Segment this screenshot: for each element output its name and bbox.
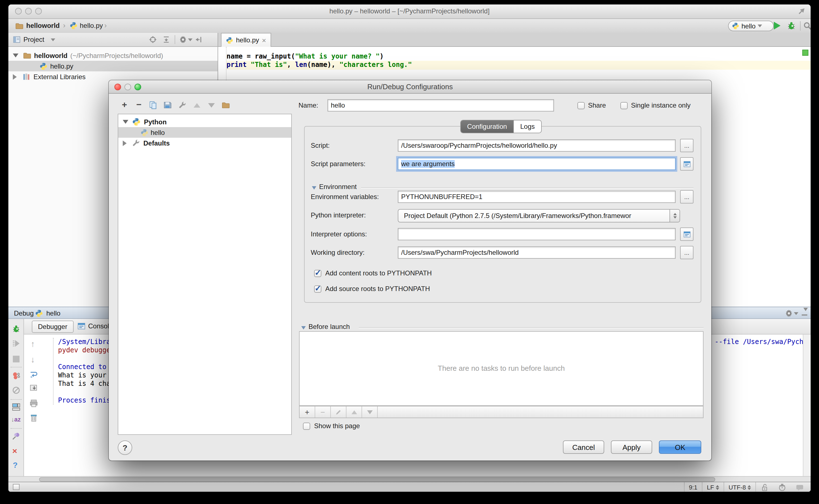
python-file-icon bbox=[226, 37, 233, 44]
edit-defaults-button[interactable] bbox=[178, 101, 186, 109]
expand-interpreter-options-button[interactable] bbox=[680, 227, 694, 241]
ok-button[interactable]: OK bbox=[659, 440, 701, 454]
hide-tool-window-button[interactable] bbox=[802, 310, 807, 316]
settings-gear-button[interactable] bbox=[179, 36, 187, 43]
show-this-page-checkbox[interactable]: Show this page bbox=[303, 422, 360, 430]
python-interpreter-select[interactable]: Project Default (Python 2.7.5 (/System/L… bbox=[398, 209, 680, 222]
before-launch-section-label[interactable]: Before launch bbox=[308, 323, 350, 331]
editor-tab-hello-py[interactable]: hello.py × bbox=[221, 33, 271, 47]
environment-variables-input[interactable]: PYTHONUNBUFFERED=1 bbox=[398, 191, 676, 203]
expand-parameters-button[interactable] bbox=[680, 157, 694, 171]
remove-configuration-button[interactable]: − bbox=[133, 99, 144, 110]
script-parameters-input[interactable]: we are arguments bbox=[398, 158, 676, 170]
tree-item-hello-config[interactable]: hello bbox=[118, 127, 291, 138]
name-label: Name: bbox=[298, 101, 318, 109]
print-button[interactable] bbox=[30, 399, 38, 408]
pin-tab-button[interactable] bbox=[12, 432, 21, 440]
move-task-up-button[interactable] bbox=[346, 406, 362, 418]
before-launch-task-list[interactable]: There are no tasks to run before launch bbox=[299, 331, 704, 406]
sort-alphabetically-button[interactable]: ↓az bbox=[11, 416, 21, 423]
tree-item-project-root[interactable]: helloworld (~/PycharmProjects/helloworld… bbox=[8, 50, 217, 61]
close-session-button[interactable]: × bbox=[12, 446, 17, 455]
single-instance-checkbox[interactable]: Single instance only bbox=[620, 101, 690, 109]
line-ending-selector[interactable]: LF bbox=[702, 482, 724, 492]
collapse-section-icon[interactable] bbox=[312, 186, 316, 190]
caret-position-widget[interactable]: 9:1 bbox=[684, 482, 702, 492]
soft-wraps-button[interactable] bbox=[30, 370, 38, 379]
clear-console-button[interactable] bbox=[30, 414, 38, 422]
resume-button[interactable] bbox=[12, 339, 21, 348]
tree-item-hello-py[interactable]: hello.py bbox=[8, 61, 217, 71]
export-to-file-button[interactable] bbox=[30, 384, 38, 392]
collapse-arrow-icon[interactable] bbox=[123, 120, 128, 124]
add-content-roots-checkbox[interactable]: Add content roots to PYTHONPATH bbox=[314, 269, 432, 277]
collapse-section-icon[interactable] bbox=[301, 326, 306, 329]
encoding-selector[interactable]: UTF-8 bbox=[724, 482, 755, 492]
project-panel-title[interactable]: Project bbox=[23, 36, 44, 43]
environment-section-label[interactable]: Environment bbox=[319, 183, 357, 191]
expand-arrow-icon[interactable] bbox=[13, 74, 17, 79]
breadcrumb-project[interactable]: helloworld bbox=[26, 22, 60, 30]
stop-button[interactable] bbox=[13, 356, 20, 362]
console-vertical-scrollbar[interactable] bbox=[803, 335, 810, 476]
share-checkbox[interactable]: Share bbox=[578, 101, 606, 109]
hide-panel-button[interactable] bbox=[195, 36, 202, 43]
working-directory-browse-button[interactable]: ... bbox=[680, 246, 694, 259]
add-task-button[interactable]: + bbox=[299, 406, 315, 418]
window-titlebar[interactable]: hello.py – helloworld – [~/PycharmProjec… bbox=[8, 4, 811, 19]
dialog-titlebar[interactable]: Run/Debug Configurations bbox=[109, 80, 711, 94]
scroll-from-source-button[interactable] bbox=[149, 36, 157, 43]
script-input[interactable]: /Users/swaroop/PycharmProjects/helloworl… bbox=[398, 139, 676, 152]
console-horizontal-scrollbar[interactable] bbox=[8, 476, 811, 482]
scrollbar-thumb[interactable] bbox=[39, 477, 715, 482]
tree-group-defaults[interactable]: Defaults bbox=[118, 138, 291, 148]
tool-window-switcher-icon[interactable] bbox=[13, 484, 20, 490]
view-breakpoints-button[interactable] bbox=[12, 371, 21, 380]
interpreter-options-input[interactable] bbox=[398, 228, 676, 240]
create-folder-button[interactable] bbox=[221, 101, 230, 109]
move-down-button[interactable] bbox=[208, 103, 215, 108]
restore-layout-button[interactable] bbox=[12, 403, 21, 411]
run-config-selector[interactable]: hello bbox=[728, 21, 774, 31]
script-browse-button[interactable]: ... bbox=[680, 139, 694, 152]
save-configuration-button[interactable] bbox=[163, 101, 172, 109]
remove-task-button[interactable]: − bbox=[315, 406, 331, 418]
working-directory-input[interactable]: /Users/swa/PycharmProjects/helloworld bbox=[398, 246, 676, 259]
python-icon bbox=[141, 129, 148, 136]
tab-logs[interactable]: Logs bbox=[513, 120, 541, 133]
folder-icon bbox=[15, 22, 23, 30]
panel-settings-gear-button[interactable] bbox=[785, 309, 793, 317]
up-stack-trace-button[interactable]: ↑ bbox=[31, 339, 35, 348]
notifications-icon[interactable] bbox=[791, 482, 808, 492]
mute-breakpoints-button[interactable] bbox=[12, 386, 21, 395]
highlighting-level-hector-icon[interactable] bbox=[773, 482, 791, 492]
run-config-name: hello bbox=[741, 22, 756, 30]
collapse-all-button[interactable] bbox=[162, 36, 170, 43]
read-only-lock-icon[interactable] bbox=[756, 482, 773, 492]
run-button[interactable] bbox=[774, 22, 781, 30]
name-input[interactable]: hello bbox=[327, 99, 554, 112]
add-configuration-button[interactable]: + bbox=[119, 99, 130, 110]
breadcrumb-file[interactable]: hello.py bbox=[80, 22, 103, 30]
move-task-down-button[interactable] bbox=[362, 406, 378, 418]
add-source-roots-checkbox[interactable]: Add source roots to PYTHONPATH bbox=[314, 285, 430, 293]
apply-button[interactable]: Apply bbox=[611, 440, 652, 454]
move-up-button[interactable] bbox=[194, 103, 200, 108]
help-button[interactable]: ? bbox=[118, 440, 132, 455]
debug-button[interactable] bbox=[787, 21, 796, 31]
expand-arrow-icon[interactable] bbox=[123, 140, 127, 146]
collapse-arrow-icon[interactable] bbox=[13, 54, 18, 57]
tab-debugger[interactable]: Debugger bbox=[32, 321, 73, 333]
wrench-icon bbox=[132, 139, 140, 147]
rerun-debug-button[interactable] bbox=[12, 324, 21, 333]
close-tab-icon[interactable]: × bbox=[262, 36, 266, 44]
help-button[interactable]: ? bbox=[13, 461, 18, 469]
environment-variables-browse-button[interactable]: ... bbox=[680, 190, 694, 203]
cancel-button[interactable]: Cancel bbox=[563, 440, 604, 454]
search-everywhere-icon[interactable] bbox=[803, 22, 811, 30]
down-stack-trace-button[interactable]: ↓ bbox=[31, 355, 35, 364]
tab-configuration[interactable]: Configuration bbox=[461, 120, 513, 133]
copy-configuration-button[interactable] bbox=[149, 101, 157, 109]
tree-group-python[interactable]: Python bbox=[118, 117, 291, 127]
edit-task-button[interactable] bbox=[331, 406, 346, 418]
